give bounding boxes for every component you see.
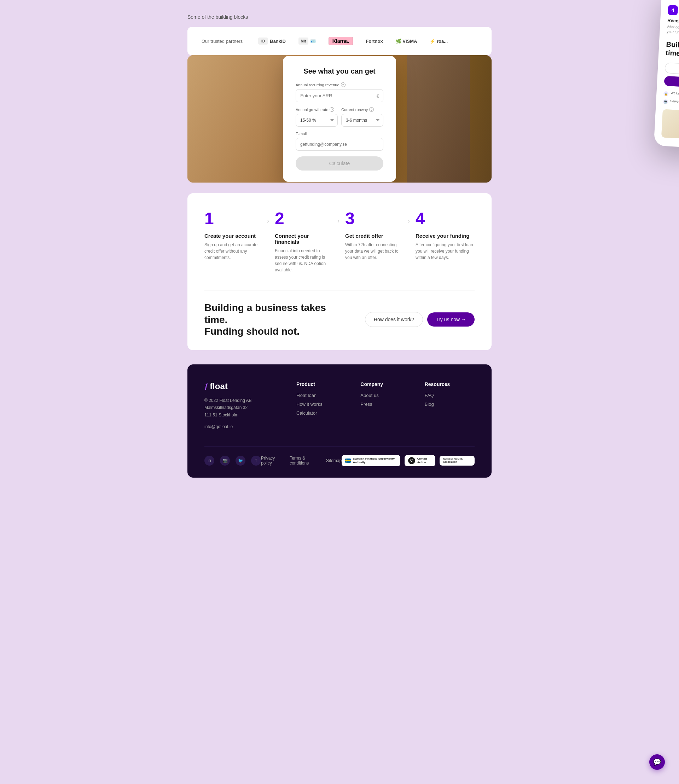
step-item-3: 3 Get credit offer Within 72h after conn… (345, 210, 404, 273)
bankid-icon: ID (258, 38, 268, 45)
footer: ƒ float © 2022 Float Lending AB Malmskil… (188, 364, 491, 478)
phone-step-desc: After configuring your first loan to you… (666, 24, 679, 40)
step-3-title: Get credit offer (345, 233, 404, 239)
phone-hero-text: Building a business takes time. Funding … (666, 40, 679, 62)
partner-fortnox: Fortnox (366, 39, 383, 44)
phone-image-placeholder (661, 109, 679, 143)
top-section: Some of the building blocks Our trusted … (0, 0, 679, 55)
step-3-desc: Within 72h after connecting your data we… (345, 241, 404, 261)
building-blocks-label: Some of the building blocks (188, 14, 491, 20)
sfsa-badge: Swedish Financial Supervisory Authority (342, 455, 401, 466)
growth-help-icon[interactable]: ? (330, 107, 334, 112)
arr-input-wrapper: € (296, 89, 383, 102)
steps-headline: Building a business takes time. Funding … (204, 302, 346, 337)
arr-help-icon[interactable]: ? (341, 82, 346, 87)
step-1-number: 1 (204, 210, 263, 227)
footer-link-how-it-works[interactable]: How it works (296, 401, 346, 407)
footer-badges: Swedish Financial Supervisory Authority … (342, 455, 475, 466)
step-1-title: Create your account (204, 233, 263, 239)
sweden-flag-icon (345, 458, 351, 463)
step-item-1: 1 Create your account Sign up and get an… (204, 210, 263, 273)
terms-conditions-link[interactable]: Terms & conditions (289, 456, 318, 466)
step-item-4: 4 Receive your funding After configuring… (416, 210, 475, 273)
linkedin-icon[interactable]: in (204, 456, 214, 466)
hero-person-right (407, 55, 470, 183)
partners-bar: Our trusted partners ID BankID Mit 🪪 Kla… (188, 27, 491, 55)
facebook-icon[interactable]: f (251, 456, 261, 466)
footer-brand-column: ƒ float © 2022 Float Lending AB Malmskil… (204, 381, 282, 429)
footer-socials: in 📷 🐦 f (204, 456, 261, 466)
instagram-icon[interactable]: 📷 (220, 456, 230, 466)
footer-logo: ƒ float (204, 381, 282, 391)
steps-buttons: How does it work? Try us now → (365, 312, 475, 327)
phone-feature-secure: 🔒 We keep your data secure (663, 91, 679, 99)
lock-icon: 🔒 (663, 91, 669, 97)
step-4-number: 4 (416, 210, 475, 227)
email-field: E-mail (296, 132, 383, 156)
footer-link-faq[interactable]: FAQ (425, 393, 475, 398)
steps-grid: 1 Create your account Sign up and get an… (204, 210, 475, 273)
step-2-title: Connect your financials (275, 233, 334, 245)
footer-email[interactable]: info@gofloat.io (204, 424, 282, 429)
phone-features: 🔒 We keep your data secure 🔑 Two-Factor … (663, 91, 679, 110)
climate-action-icon: C (408, 457, 415, 464)
sitemap-link[interactable]: Sitemap (326, 458, 342, 463)
calculate-button[interactable]: Calculate (296, 156, 383, 171)
partner-bankid: ID BankID (258, 38, 286, 45)
arr-input[interactable] (296, 89, 383, 102)
how-does-it-work-button[interactable]: How does it work? (365, 312, 423, 327)
runway-field: Current runway ? 3-6 months 6-12 months … (341, 107, 383, 127)
step-4-desc: After configuring your first loan you wi… (416, 241, 475, 261)
step-item-2: 2 Connect your financials Financial info… (275, 210, 334, 273)
try-us-now-button[interactable]: Try us now → (427, 312, 475, 326)
email-label: E-mail (296, 132, 383, 136)
footer-link-blog[interactable]: Blog (425, 401, 475, 407)
footer-top: ƒ float © 2022 Float Lending AB Malmskil… (204, 381, 475, 429)
calculator-modal: See what you can get Annual recurring re… (283, 56, 396, 182)
footer-bottom: in 📷 🐦 f Privacy policy Terms & conditio… (204, 446, 475, 466)
runway-select[interactable]: 3-6 months 6-12 months 12+ months (341, 114, 383, 127)
step-3-number: 3 (345, 210, 404, 227)
step-1-desc: Sign up and get an accurate credit offer… (204, 241, 263, 261)
footer-link-float-loan[interactable]: Float loan (296, 393, 346, 398)
partner-roaring: ⚡ roa... (430, 39, 448, 44)
climate-action-badge: C Climate Action (405, 455, 435, 466)
footer-resources-title: Resources (425, 381, 475, 387)
email-input[interactable] (296, 138, 383, 151)
privacy-policy-link[interactable]: Privacy policy (261, 456, 281, 466)
arr-label: Annual recurring revenue ? (296, 82, 383, 87)
footer-link-about-us[interactable]: About us (360, 393, 410, 398)
arr-currency: € (377, 93, 379, 98)
steps-cta: Building a business takes time. Funding … (204, 290, 475, 337)
footer-link-press[interactable]: Press (360, 401, 410, 407)
phone-try-button[interactable]: Try us now → (664, 76, 679, 91)
fintech-badge: Swedish Fintech Association (440, 456, 475, 466)
page-wrapper: Some of the building blocks Our trusted … (0, 0, 679, 478)
footer-address: © 2022 Float Lending AB Malmskillnadsgat… (204, 397, 282, 419)
growth-select[interactable]: 15-50 % 0-15 % 50-100 % (296, 114, 338, 127)
footer-resources-column: Resources FAQ Blog (425, 381, 475, 429)
footer-link-calculator[interactable]: Calculator (296, 411, 346, 416)
partner-klarna: Klarna. (329, 37, 353, 45)
phone-how-button[interactable]: How does it work? (665, 63, 679, 78)
runway-label: Current runway ? (341, 107, 383, 112)
step-2-desc: Financial info needed to assess your cre… (275, 248, 334, 273)
growth-label: Annual growth rate ? (296, 107, 338, 112)
mitid-icon: Mit (299, 38, 308, 45)
steps-card: 1 Create your account Sign up and get an… (188, 193, 491, 350)
steps-section: 1 Create your account Sign up and get an… (0, 193, 679, 364)
arr-field: Annual recurring revenue ? € (296, 82, 383, 102)
runway-help-icon[interactable]: ? (369, 107, 374, 112)
phone-step-badge: 4 (668, 5, 678, 15)
float-logo-icon: ƒ (204, 382, 208, 390)
phone-feature-servers: 🖥️ Servers in the EU (663, 99, 679, 107)
partner-mitid: Mit 🪪 (299, 38, 316, 45)
calc-growth-runway-row: Annual growth rate ? 15-50 % 0-15 % 50-1… (296, 107, 383, 127)
footer-legal-links: Privacy policy Terms & conditions Sitema… (261, 456, 342, 466)
footer-company-column: Company About us Press (360, 381, 410, 429)
partners-label: Our trusted partners (202, 39, 244, 44)
calculator-title: See what you can get (296, 67, 383, 75)
twitter-icon[interactable]: 🐦 (236, 456, 246, 466)
step-3-arrow: › (408, 217, 410, 225)
step-2-arrow: › (337, 217, 340, 225)
